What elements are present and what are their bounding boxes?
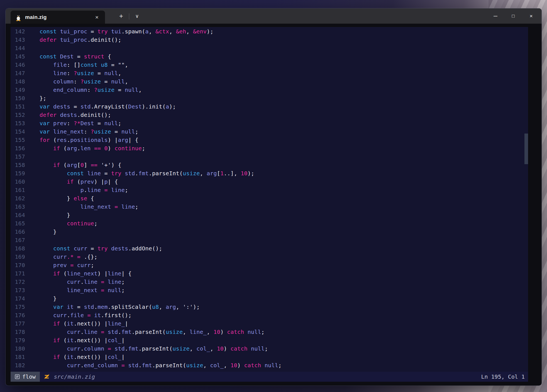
tab-main-zig[interactable]: main.zig ×: [11, 11, 105, 24]
code-line[interactable]: 159 const line = try std.fmt.parseInt(us…: [11, 169, 528, 177]
code-line[interactable]: 152 defer dests.deinit();: [11, 111, 528, 119]
code-line[interactable]: 150 };: [11, 94, 528, 102]
code-line[interactable]: 179 if (it.next()) |col_|: [11, 336, 528, 344]
code-line[interactable]: 157: [11, 152, 528, 161]
code-text: defer tui_proc.deinit();: [26, 36, 121, 43]
code-line[interactable]: 167: [11, 236, 528, 244]
zig-file-type-icon: [44, 374, 50, 379]
line-number: 164: [11, 211, 25, 219]
code-line[interactable]: 178 curr.line = std.fmt.parseInt(usize, …: [11, 328, 528, 336]
code-line[interactable]: 177 if (it.next()) |line_|: [11, 319, 528, 328]
line-number: 152: [11, 111, 25, 119]
cursor-position: Ln 195, Col 1: [481, 373, 525, 380]
line-number: 165: [11, 219, 25, 228]
code-text: curr.line = line;: [26, 278, 125, 285]
code-line[interactable]: 173 line_next = null;: [11, 286, 528, 294]
scrollbar-thumb[interactable]: [524, 134, 528, 164]
code-line[interactable]: 154 var line_next: ?usize = null;: [11, 127, 528, 136]
code-line[interactable]: 171 if (line_next) |line| {: [11, 269, 528, 278]
new-tab-button[interactable]: +: [116, 12, 127, 20]
code-line[interactable]: 144: [11, 44, 528, 52]
code-line[interactable]: 166 }: [11, 228, 528, 236]
window-controls: ─ □ ×: [487, 8, 540, 24]
line-number: 159: [11, 169, 25, 177]
line-number: 153: [11, 119, 25, 127]
line-number: 161: [11, 186, 25, 194]
tab-title: main.zig: [25, 14, 47, 20]
code-text: for (res.positionals) |arg| {: [26, 137, 138, 143]
line-number: 143: [11, 36, 25, 44]
code-line[interactable]: 176 curr.file = it.first();: [11, 311, 528, 319]
code-text: if (prev) |p| {: [26, 178, 118, 185]
terminal-window: main.zig × + ∨ ─ □ × 142 const tui_proc …: [6, 8, 542, 386]
code-line[interactable]: 142 const tui_proc = try tui.spawn(a, &c…: [11, 27, 528, 36]
code-text: curr.column = std.fmt.parseInt(usize, co…: [26, 345, 268, 352]
flow-mode-label: flow: [22, 373, 36, 380]
code-line[interactable]: 162 } else {: [11, 194, 528, 203]
minimize-button[interactable]: ─: [487, 8, 504, 24]
code-line[interactable]: 175 var it = std.mem.splitScalar(u8, arg…: [11, 303, 528, 311]
code-line[interactable]: 153 var prev: ?*Dest = null;: [11, 119, 528, 127]
close-button[interactable]: ×: [522, 8, 540, 24]
code-text: line: ?usize = null,: [26, 70, 121, 77]
code-line[interactable]: 146 file: []const u8 = "",: [11, 61, 528, 69]
code-text: }: [26, 228, 57, 235]
code-line[interactable]: 163 line_next = line;: [11, 203, 528, 211]
code-text: const curr = try dests.addOne();: [26, 245, 162, 252]
code-line[interactable]: 161 p.line = line;: [11, 186, 528, 194]
code-line[interactable]: 143 defer tui_proc.deinit();: [11, 36, 528, 44]
code-line[interactable]: 172 curr.line = line;: [11, 278, 528, 286]
code-text: curr.end_column = std.fmt.parseInt(usize…: [26, 362, 282, 369]
code-line[interactable]: 168 const curr = try dests.addOne();: [11, 244, 528, 253]
line-number: 148: [11, 77, 25, 86]
line-number: 176: [11, 311, 25, 319]
line-number: 163: [11, 203, 25, 211]
maximize-button[interactable]: □: [504, 8, 522, 24]
titlebar[interactable]: main.zig × + ∨ ─ □ ×: [6, 8, 542, 24]
line-number: 150: [11, 94, 25, 102]
tab-dropdown-button[interactable]: ∨: [131, 12, 143, 20]
code-line[interactable]: 155 for (res.positionals) |arg| {: [11, 136, 528, 144]
code-text: if (it.next()) |col_|: [26, 337, 125, 344]
code-area[interactable]: 142 const tui_proc = try tui.spawn(a, &c…: [11, 27, 528, 372]
code-text: if (it.next()) |col_|: [26, 354, 125, 360]
code-line[interactable]: 145 const Dest = struct {: [11, 52, 528, 61]
flow-logo-icon: [15, 374, 20, 379]
code-line[interactable]: 174 }: [11, 294, 528, 303]
code-line[interactable]: 180 curr.column = std.fmt.parseInt(usize…: [11, 344, 528, 353]
code-line[interactable]: 181 if (it.next()) |col_|: [11, 353, 528, 361]
code-text: p.line = line;: [26, 187, 128, 193]
line-number: 167: [11, 236, 25, 244]
line-number: 155: [11, 136, 25, 144]
line-number: 173: [11, 286, 25, 294]
tab-close-button[interactable]: ×: [93, 13, 101, 21]
line-number: 146: [11, 61, 25, 69]
code-line[interactable]: 151 var dests = std.ArrayList(Dest).init…: [11, 102, 528, 111]
line-number: 178: [11, 328, 25, 336]
line-number: 180: [11, 344, 25, 353]
code-line[interactable]: 148 column: ?usize = null,: [11, 77, 528, 86]
code-line[interactable]: 147 line: ?usize = null,: [11, 69, 528, 77]
line-number: 158: [11, 161, 25, 169]
editor-content: 142 const tui_proc = try tui.spawn(a, &c…: [11, 27, 528, 382]
line-number: 145: [11, 52, 25, 61]
code-line[interactable]: 160 if (prev) |p| {: [11, 177, 528, 186]
code-text: var line_next: ?usize = null;: [26, 128, 138, 135]
code-line[interactable]: 170 prev = curr;: [11, 261, 528, 269]
code-line[interactable]: 169 curr.* = .{};: [11, 253, 528, 261]
code-line[interactable]: 158 if (arg[0] == '+') {: [11, 161, 528, 169]
statusbar: flow src/main.zig Ln 195, Col 1: [11, 372, 528, 382]
code-text: const tui_proc = try tui.spawn(a, &ctx, …: [26, 28, 213, 35]
flow-mode-button[interactable]: flow: [11, 372, 40, 382]
code-text: const Dest = struct {: [26, 53, 111, 60]
code-line[interactable]: 156 if (arg.len == 0) continue;: [11, 144, 528, 152]
code-text: continue;: [26, 220, 97, 227]
code-text: var dests = std.ArrayList(Dest).init(a);: [26, 103, 176, 110]
file-path: src/main.zig: [54, 373, 95, 380]
code-line[interactable]: 149 end_column: ?usize = null,: [11, 86, 528, 94]
code-line[interactable]: 182 curr.end_column = std.fmt.parseInt(u…: [11, 361, 528, 369]
code-text: defer dests.deinit();: [26, 112, 111, 118]
code-text: }: [26, 212, 70, 218]
code-line[interactable]: 164 }: [11, 211, 528, 219]
code-line[interactable]: 165 continue;: [11, 219, 528, 228]
